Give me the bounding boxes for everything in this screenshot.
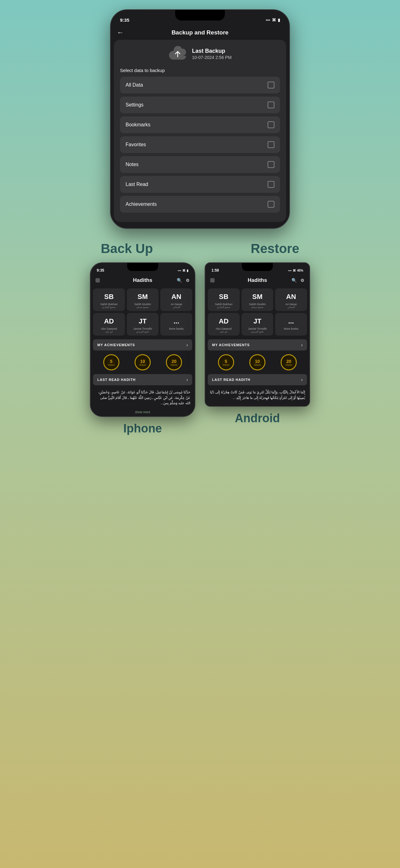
checkbox-box[interactable] [268, 101, 274, 108]
badge-circle: 20 Shares [166, 354, 182, 370]
book-item[interactable]: SM Sahih Muslim صحيح مسلم [241, 288, 273, 311]
iphone-last-read-bar[interactable]: LAST READ HADITH › [93, 374, 192, 385]
android-badges-row: 5 Shares 10 Shares 20 Shares [205, 352, 309, 373]
achievement-badge: 10 Shares [135, 354, 151, 370]
status-time: 9:35 [120, 18, 129, 23]
checkbox-box[interactable] [268, 82, 274, 89]
book-abbr: SM [137, 293, 147, 301]
android-achievements-bar[interactable]: MY ACHIEVEMENTS › [208, 339, 307, 350]
book-item[interactable]: SB Sahih Bukhari صحيح البخاري [93, 288, 125, 311]
book-name-en: Abu Dawood [216, 327, 232, 330]
wifi-icon: ⌘ [272, 18, 276, 22]
checkbox-item[interactable]: Achievements [120, 196, 280, 213]
android-achievements-chevron: › [301, 342, 303, 347]
iphone-hadith-text: حَدَّثَنَا مُوسَى بْنُ إِسْمَاعِيلَ، قَا… [91, 386, 195, 409]
book-item[interactable]: SB Sahih Bukhari صحيح البخاري [208, 288, 240, 311]
android-signal: ▪▪▪ [288, 269, 292, 272]
iphone-wifi: ⌘ [182, 269, 186, 272]
checkbox-item[interactable]: All Data [120, 77, 280, 93]
book-abbr: AN [171, 293, 181, 301]
android-nav-icons: 🔍 ⚙ [292, 278, 304, 283]
checkbox-label: Settings [126, 102, 143, 108]
checkbox-item[interactable]: Bookmarks [120, 116, 280, 133]
checkbox-box[interactable] [268, 201, 274, 208]
book-item[interactable]: ... More books [275, 313, 307, 336]
checkbox-item[interactable]: Favorites [120, 136, 280, 153]
android-settings-icon[interactable]: ⚙ [300, 278, 304, 283]
achievement-badge: 20 Shares [280, 354, 297, 370]
book-item[interactable]: AD Abu Dawood أبو داود [208, 313, 240, 336]
badge-label: Shares [108, 364, 115, 366]
achievement-badge: 20 Shares [166, 354, 182, 370]
android-last-read-bar[interactable]: LAST READ HADITH › [208, 374, 307, 385]
android-last-read-label: LAST READ HADITH [212, 378, 251, 381]
checkbox-label: Favorites [126, 142, 146, 148]
book-item[interactable]: AN An Nasai النسائي [160, 288, 192, 311]
badge-number: 5 [110, 359, 112, 364]
iphone-achievements-label: MY ACHIEVEMENTS [97, 343, 135, 347]
backup-date: 10-07-2024 2:56 PM [192, 55, 232, 60]
book-abbr: SB [104, 293, 114, 301]
checkbox-label: Last Read [126, 182, 148, 187]
iphone-nav-title: Hadiths [133, 277, 152, 283]
checkbox-item[interactable]: Settings [120, 97, 280, 113]
section-labels: Back Up Restore [92, 241, 308, 256]
book-abbr: AN [286, 293, 296, 301]
iphone-status-bar: 9:35 ▪▪▪ ⌘ ▮ [91, 263, 195, 275]
badge-circle: 20 Shares [280, 354, 297, 370]
android-battery: 45% [297, 269, 303, 272]
book-abbr: ... [173, 317, 179, 326]
top-phone: 9:35 ▪▪▪ ⌘ ▮ ← Backup and Restore Last B… [110, 9, 290, 229]
iphone-show-more[interactable]: show more [91, 409, 195, 416]
iphone-nav: Hadiths 🔍 ⚙ [91, 275, 195, 286]
checkbox-label: Bookmarks [126, 122, 151, 128]
badge-label: Shares [285, 364, 292, 366]
book-name-ar: صحيح البخاري [102, 306, 116, 309]
badge-label: Shares [171, 364, 177, 366]
book-item[interactable]: SM Sahih Muslim صحيح مسلم [127, 288, 159, 311]
checkbox-item[interactable]: Last Read [120, 176, 280, 193]
checkbox-box[interactable] [268, 141, 274, 148]
book-item[interactable]: AN An Nasai النسائي [275, 288, 307, 311]
badge-circle: 10 Shares [249, 354, 265, 370]
select-label: Select data to backup [120, 68, 280, 73]
android-search-icon[interactable]: 🔍 [292, 278, 297, 283]
iphone-search-icon[interactable]: 🔍 [177, 278, 182, 283]
book-abbr: JT [139, 317, 147, 326]
book-name-en: An Nasai [285, 303, 297, 306]
book-item[interactable]: JT Jamiat Tirmidhi جامع الترمذي [127, 313, 159, 336]
book-name-ar: صحيح البخاري [217, 306, 230, 309]
backup-info: Last Backup 10-07-2024 2:56 PM [192, 48, 232, 60]
book-name-ar: أبو داود [105, 330, 112, 333]
book-name-ar: صحيح مسلم [136, 306, 149, 309]
checkbox-box[interactable] [268, 161, 274, 168]
android-wrapper: 1:59 ▪▪▪ ⌘ 45% Hadiths 🔍 ⚙ SB Sa [205, 262, 310, 425]
android-time: 1:59 [211, 268, 219, 273]
android-book-icon [210, 278, 214, 282]
book-name-en: An Nasai [171, 303, 182, 306]
iphone-settings-icon[interactable]: ⚙ [186, 278, 190, 283]
checkbox-item[interactable]: Notes [120, 156, 280, 173]
book-item[interactable]: ... More books [160, 313, 192, 336]
book-name-en: Abu Dawood [101, 327, 117, 330]
android-books-grid: SB Sahih Bukhari صحيح البخاري SM Sahih M… [205, 286, 309, 338]
badge-number: 5 [225, 359, 227, 364]
android-hadith-text: إِنَّمَا الأَعْمَالُ بِالنِّيَّاتِ، وَإِ… [205, 386, 309, 404]
checkbox-list: All Data Settings Bookmarks Favorites No… [120, 77, 280, 213]
checkbox-box[interactable] [268, 121, 274, 128]
book-item[interactable]: AD Abu Dawood أبو داود [93, 313, 125, 336]
badge-label: Shares [139, 364, 146, 366]
book-name-en: More books [169, 327, 184, 330]
iphone-last-read-label: LAST READ HADITH [97, 378, 136, 381]
iphone-last-read-chevron: › [186, 377, 188, 382]
checkbox-box[interactable] [268, 181, 274, 188]
iphone-device: 9:35 ▪▪▪ ⌘ ▮ Hadiths 🔍 ⚙ SB Sahi [90, 262, 195, 417]
checkbox-label: Achievements [126, 202, 157, 207]
iphone-achievements-bar[interactable]: MY ACHIEVEMENTS › [93, 339, 192, 350]
badge-circle: 5 Shares [218, 354, 234, 370]
book-item[interactable]: JT Jamiat Tirmidhi جامع الترمذي [241, 313, 273, 336]
book-name-ar: أبو داود [220, 330, 227, 333]
back-button[interactable]: ← [117, 29, 124, 37]
iphone-battery: ▮ [187, 269, 189, 272]
book-name-en: Sahih Muslim [134, 303, 151, 306]
